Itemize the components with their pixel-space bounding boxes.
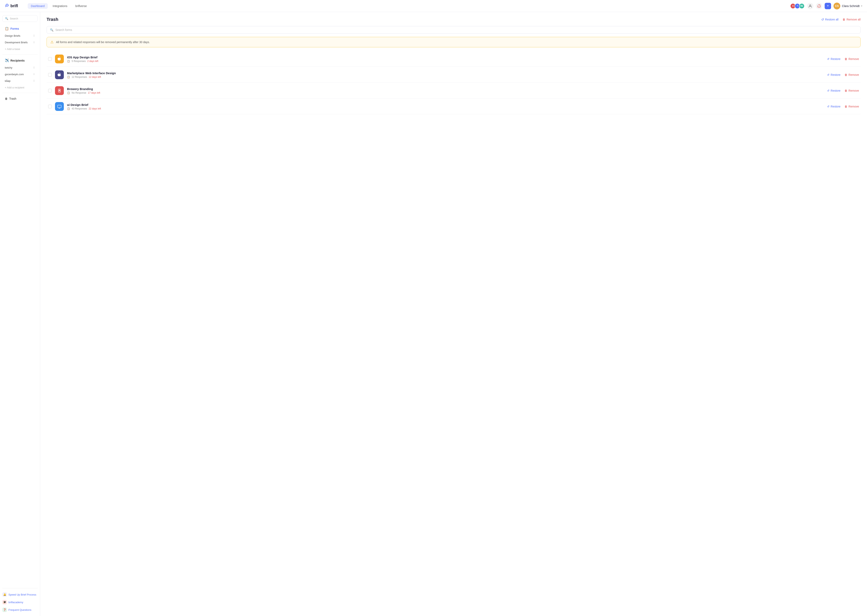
- sidebar-item-gocenbeyin[interactable]: gocenbeyin.com ⠿: [2, 71, 38, 77]
- sidebar-search[interactable]: 🔍 Search: [2, 15, 38, 22]
- drag-handle-design-briefs: ⠿: [33, 35, 35, 37]
- remove-icon-marketplace: 🗑: [845, 73, 847, 76]
- footer-briflacademy[interactable]: 🎓 briflacademy: [2, 599, 38, 605]
- form-icon-marketplace: [55, 71, 64, 79]
- logo[interactable]: brifl: [5, 3, 18, 9]
- ketchy-label: ketchy: [5, 66, 33, 69]
- drag-handle-development-briefs: ⠿: [33, 41, 35, 44]
- sidebar-search-label: Search: [10, 17, 18, 20]
- form-search-box[interactable]: 🔍: [47, 26, 861, 34]
- restore-icon-marketplace: ↺: [827, 73, 829, 76]
- trash-icon: 🗑: [5, 97, 8, 100]
- add-recipient-button[interactable]: + Add a recipient: [2, 85, 38, 90]
- form-meta-brewery: 📋 No Response 17 days left: [67, 91, 824, 94]
- speed-up-label: Speed Up Brief Process: [8, 593, 36, 596]
- recipients-label: Recipients: [10, 59, 25, 62]
- form-info-brewery: Brewery Branding 📋 No Response 17 days l…: [67, 87, 824, 94]
- nav-briflverse[interactable]: briflverse: [72, 3, 90, 9]
- response-count-ios: 5 Responses: [72, 60, 86, 63]
- remove-ui-button[interactable]: 🗑 Remove: [845, 105, 859, 108]
- forms-icon: 📋: [5, 27, 9, 30]
- header-actions: ↺ Restore all 🗑 Remove all: [821, 18, 861, 22]
- form-list: iOS App Design Brief 📋 5 Responses 2 day…: [47, 51, 861, 114]
- avatar-group: A T BE: [790, 3, 805, 9]
- days-left-ui: 22 days left: [89, 107, 101, 110]
- sidebar-item-development-briefs[interactable]: Development Briefs ⠿: [2, 39, 38, 45]
- form-name-marketplace: Marketplace Web Interface Design: [67, 71, 824, 75]
- nav-dashboard[interactable]: Dashboard: [28, 3, 48, 9]
- form-checkbox-brewery[interactable]: [48, 89, 52, 93]
- meta-icon-ios: 📋: [67, 60, 70, 63]
- form-search-input[interactable]: [55, 28, 857, 31]
- main-nav: Dashboard Integrations briflverse: [28, 3, 90, 9]
- restore-icon-ios: ↺: [827, 57, 829, 61]
- form-name-ui: ui Design Brief: [67, 103, 824, 107]
- remove-all-button[interactable]: 🗑 Remove all: [842, 18, 861, 21]
- svg-point-1: [810, 5, 811, 6]
- search-icon: 🔍: [5, 17, 8, 20]
- sidebar-item-ketchy[interactable]: ketchy ⠿: [2, 65, 38, 71]
- restore-marketplace-button[interactable]: ↺ Restore: [827, 73, 840, 76]
- restore-label-ios: Restore: [831, 57, 840, 61]
- footer-frequent-questions[interactable]: ❓ Frequent Questions: [2, 607, 38, 613]
- response-count-ui: 43 Responses: [72, 107, 87, 110]
- restore-label-ui: Restore: [831, 105, 840, 108]
- drag-handle-gocenbeyin: ⠿: [33, 73, 35, 76]
- form-actions-brewery: ↺ Restore 🗑 Remove: [827, 89, 859, 92]
- response-count-brewery: No Response: [72, 91, 86, 94]
- sidebar-section-forms[interactable]: 📋 Forms: [2, 25, 38, 32]
- form-item-ios: iOS App Design Brief 📋 5 Responses 2 day…: [47, 51, 861, 67]
- add-button[interactable]: +: [824, 3, 831, 9]
- restore-ios-button[interactable]: ↺ Restore: [827, 57, 840, 61]
- form-icon-ui: [55, 102, 64, 111]
- form-checkbox-marketplace[interactable]: [48, 73, 52, 77]
- sidebar-trash[interactable]: 🗑 Trash: [2, 96, 38, 102]
- warning-banner: ⚠ All forms and related responses will b…: [47, 37, 861, 47]
- notification-icon[interactable]: [816, 3, 822, 9]
- footer-speed-up[interactable]: 🔔 Speed Up Brief Process: [2, 592, 38, 597]
- form-info-marketplace: Marketplace Web Interface Design 📋 12 Re…: [67, 71, 824, 79]
- sidebar-section-recipients[interactable]: ✈️ Recipients: [2, 57, 38, 64]
- sidebar-item-kaap[interactable]: kåap ⠿: [2, 78, 38, 84]
- restore-label-marketplace: Restore: [831, 73, 840, 76]
- user-badge[interactable]: CS Clara Schmidt ▾: [834, 3, 862, 9]
- remove-all-icon: 🗑: [842, 18, 845, 21]
- form-icon-ios: [55, 55, 64, 63]
- response-count-marketplace: 12 Responses: [72, 75, 87, 79]
- sidebar: 🔍 Search 📋 Forms Design Briefs ⠿ Develop…: [0, 12, 40, 616]
- sidebar-item-design-briefs[interactable]: Design Briefs ⠿: [2, 33, 38, 39]
- restore-all-button[interactable]: ↺ Restore all: [821, 18, 839, 22]
- gocenbeyin-label: gocenbeyin.com: [5, 73, 33, 76]
- form-info-ios: iOS App Design Brief 📋 5 Responses 2 day…: [67, 55, 824, 63]
- svg-point-0: [6, 5, 8, 6]
- meta-icon-ui: 📋: [67, 107, 70, 110]
- remove-brewery-button[interactable]: 🗑 Remove: [845, 89, 859, 92]
- remove-marketplace-button[interactable]: 🗑 Remove: [845, 73, 859, 76]
- avatar-be: BE: [799, 3, 805, 9]
- form-checkbox-ios[interactable]: [48, 57, 52, 61]
- form-checkbox-ui[interactable]: [48, 105, 52, 108]
- form-name-ios: iOS App Design Brief: [67, 55, 824, 59]
- restore-ui-button[interactable]: ↺ Restore: [827, 105, 840, 108]
- warning-icon: ⚠: [50, 40, 54, 44]
- remove-icon-ui: 🗑: [845, 105, 847, 108]
- briflacademy-icon: 🎓: [2, 600, 7, 604]
- user-icon[interactable]: [807, 3, 813, 9]
- frequent-questions-icon: ❓: [2, 608, 7, 612]
- restore-brewery-button[interactable]: ↺ Restore: [827, 89, 840, 92]
- remove-all-label: Remove all: [847, 18, 861, 21]
- nav-integrations[interactable]: Integrations: [49, 3, 71, 9]
- remove-ios-button[interactable]: 🗑 Remove: [845, 57, 859, 61]
- form-item-ui: ui Design Brief 📋 43 Responses 22 days l…: [47, 99, 861, 114]
- design-briefs-label: Design Briefs: [5, 34, 33, 37]
- add-base-button[interactable]: + Add a base: [2, 46, 38, 52]
- form-actions-ios: ↺ Restore 🗑 Remove: [827, 57, 859, 61]
- chevron-down-icon: ▾: [861, 5, 862, 7]
- restore-all-label: Restore all: [825, 18, 839, 21]
- days-left-ios: 2 days left: [87, 60, 98, 63]
- svg-point-2: [819, 7, 820, 8]
- form-meta-ui: 📋 43 Responses 22 days left: [67, 107, 824, 110]
- form-meta-ios: 📋 5 Responses 2 days left: [67, 60, 824, 63]
- form-meta-marketplace: 📋 12 Responses 12 days left: [67, 75, 824, 79]
- page-title: Trash: [47, 17, 58, 22]
